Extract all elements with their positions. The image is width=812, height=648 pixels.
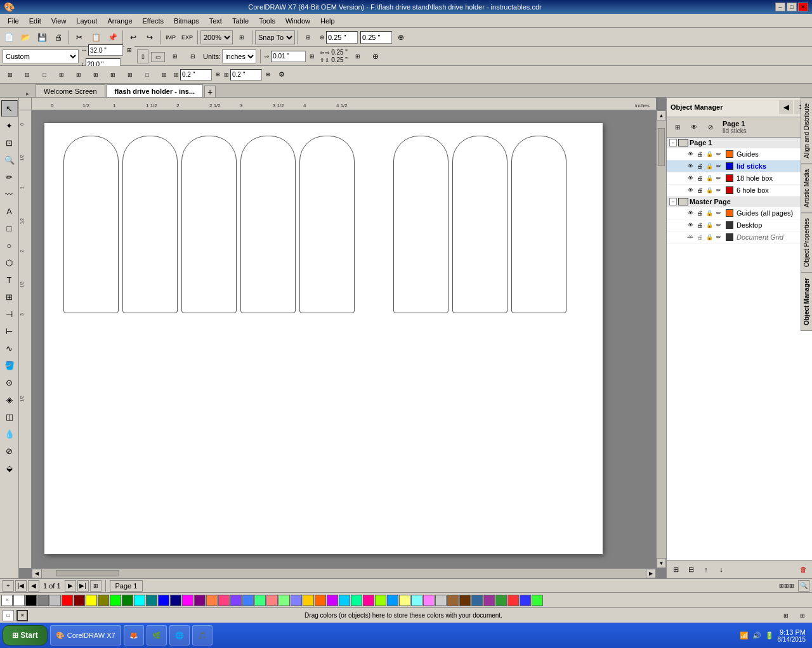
color-navy[interactable] <box>170 595 181 606</box>
om-delete-button[interactable]: 🗑 <box>796 562 810 576</box>
hscroll-right-button[interactable]: ▶ <box>646 569 656 578</box>
menu-arrange[interactable]: Arrange <box>102 16 137 26</box>
holebox6-eye-icon[interactable]: 👁 <box>686 186 695 195</box>
color-lightyellow[interactable] <box>399 595 410 606</box>
units-select[interactable]: inches mm cm <box>222 49 256 63</box>
new-button[interactable]: 📄 <box>1 30 16 45</box>
vscroll-thumb[interactable] <box>658 128 665 166</box>
color-violet[interactable] <box>230 595 242 606</box>
om-icon2[interactable]: 👁 <box>687 120 701 134</box>
tool-select[interactable]: ↖ <box>1 100 18 117</box>
color-lightcyan[interactable] <box>411 595 422 606</box>
color-aqua[interactable] <box>134 595 145 606</box>
color-olive[interactable] <box>98 595 109 606</box>
stick-4[interactable] <box>240 136 296 313</box>
add-page-button[interactable]: ⊕ <box>368 49 383 64</box>
om-new-layer-button[interactable]: ⊞ <box>669 562 683 576</box>
color-gold[interactable] <box>303 595 314 606</box>
color-maroon[interactable] <box>74 595 85 606</box>
outline-swatch[interactable]: ✕ <box>16 610 28 621</box>
coord-x-input[interactable] <box>326 31 358 44</box>
vertical-scrollbar[interactable]: ▲ ▼ <box>656 110 666 568</box>
snap-to-select[interactable]: Snap To <box>255 30 295 44</box>
tool-node[interactable]: ✦ <box>1 117 18 134</box>
tree-lidsticks[interactable]: 👁 🖨 🔒 ✏ lid sticks <box>667 160 812 172</box>
tool-interactive-fill[interactable]: ⊘ <box>1 443 18 459</box>
clock[interactable]: 9:13 PM 8/14/2015 <box>778 628 806 643</box>
docgrid-lock-icon[interactable]: 🔒 <box>705 233 714 242</box>
color-hotpink[interactable] <box>363 595 374 606</box>
color-mint[interactable] <box>254 595 266 606</box>
guides-lock-icon[interactable]: 🔒 <box>705 150 714 159</box>
tool-freehand[interactable]: ✏ <box>1 169 18 185</box>
tab-flash-drive[interactable]: flash drive holder - ins... <box>107 84 204 97</box>
guidesall-print-icon[interactable]: 🖨 <box>695 209 704 217</box>
lidsticks-lock-icon[interactable]: 🔒 <box>705 162 714 171</box>
stick-6[interactable] <box>393 136 449 313</box>
holebox18-eye-icon[interactable]: 👁 <box>686 174 695 183</box>
color-pink[interactable] <box>218 595 230 606</box>
color-periwinkle[interactable] <box>291 595 302 606</box>
tb3-btn2[interactable]: ⊟ <box>20 67 35 82</box>
vscroll-up-button[interactable]: ▲ <box>657 110 666 120</box>
page-first-button[interactable]: |◀ <box>15 580 27 592</box>
holebox6-print-icon[interactable]: 🖨 <box>695 186 704 195</box>
page1-expand-button[interactable]: − <box>669 139 677 146</box>
pagenav-scroll-handle[interactable]: ⊞⊞⊞ <box>779 583 794 589</box>
tb3-btn5[interactable]: ⊞ <box>71 67 86 82</box>
om-move-down-button[interactable]: ↓ <box>714 562 728 576</box>
start-button[interactable]: ⊞ Start <box>3 625 48 645</box>
tool-connector[interactable]: ⊢ <box>1 323 18 339</box>
tree-desktop[interactable]: 👁 🖨 🔒 ✏ Desktop <box>667 219 812 231</box>
page-last2-button[interactable]: ⊞ <box>90 580 102 592</box>
om-icon3[interactable]: ⊘ <box>704 120 717 134</box>
page-tab[interactable]: Page 1 <box>110 580 143 592</box>
taskbar-corel2[interactable]: 🌿 <box>147 625 167 645</box>
tb3-btn4[interactable]: ⊞ <box>54 67 69 82</box>
guides-eye-icon[interactable]: 👁 <box>686 150 695 159</box>
tb3-val1-spin[interactable]: ⊞ <box>213 67 222 82</box>
tool-table[interactable]: ⊞ <box>1 288 18 305</box>
tb3-val2-input[interactable] <box>230 69 262 81</box>
tool-parallel[interactable]: ⊣ <box>1 306 18 322</box>
color-steelblue[interactable] <box>471 595 483 606</box>
tool-arttext[interactable]: A <box>1 203 18 219</box>
color-green[interactable] <box>122 595 133 606</box>
tool-zoom[interactable]: 🔍 <box>1 152 18 168</box>
nudge-input[interactable] <box>271 51 306 62</box>
stick-2[interactable] <box>122 136 178 313</box>
page-size-options[interactable]: ⊞ <box>124 42 134 58</box>
tb3-btn7[interactable]: ⊞ <box>105 67 121 82</box>
stick-1[interactable] <box>63 136 119 313</box>
color-lightpink[interactable] <box>423 595 435 606</box>
holebox18-edit-icon[interactable]: ✏ <box>714 174 723 183</box>
color-forestgreen[interactable] <box>495 595 507 606</box>
vscroll-track[interactable] <box>657 120 666 558</box>
maximize-button[interactable]: □ <box>787 3 797 11</box>
color-purple[interactable] <box>194 595 206 606</box>
lidsticks-print-icon[interactable]: 🖨 <box>695 162 704 171</box>
tb3-btn8[interactable]: ⊞ <box>122 67 138 82</box>
color-emerald[interactable] <box>351 595 362 606</box>
color-orchid[interactable] <box>483 595 495 606</box>
om-move-up-button[interactable]: ↑ <box>699 562 713 576</box>
tool-smartdraw[interactable]: 〰 <box>1 186 18 202</box>
stick-3[interactable] <box>181 136 237 313</box>
om-menu-button[interactable]: ◀ <box>779 100 793 114</box>
nudge-options[interactable]: ⊞ <box>307 49 317 64</box>
page-layout-button[interactable]: ⊞ <box>167 49 183 64</box>
tool-smart-fill[interactable]: ⬙ <box>1 460 18 476</box>
menu-effects[interactable]: Effects <box>138 16 169 26</box>
tool-polygon[interactable]: ⬡ <box>1 254 18 271</box>
side-tab-align[interactable]: Align and Distribute <box>801 98 812 164</box>
color-cyan2[interactable] <box>339 595 350 606</box>
page-last-button[interactable]: ▶| <box>77 580 89 592</box>
tool-fill[interactable]: 🪣 <box>1 357 18 373</box>
guides-print-icon[interactable]: 🖨 <box>695 150 704 159</box>
holebox6-edit-icon[interactable]: ✏ <box>714 186 723 195</box>
tool-ellipse[interactable]: ○ <box>1 237 18 254</box>
taskbar-spotify[interactable]: 🎵 <box>192 625 213 645</box>
masterpage-expand-button[interactable]: − <box>669 198 677 205</box>
tree-guidesall[interactable]: 👁 🖨 🔒 ✏ Guides (all pages) <box>667 207 812 219</box>
zoom-options-button[interactable]: ⊞ <box>234 30 249 45</box>
